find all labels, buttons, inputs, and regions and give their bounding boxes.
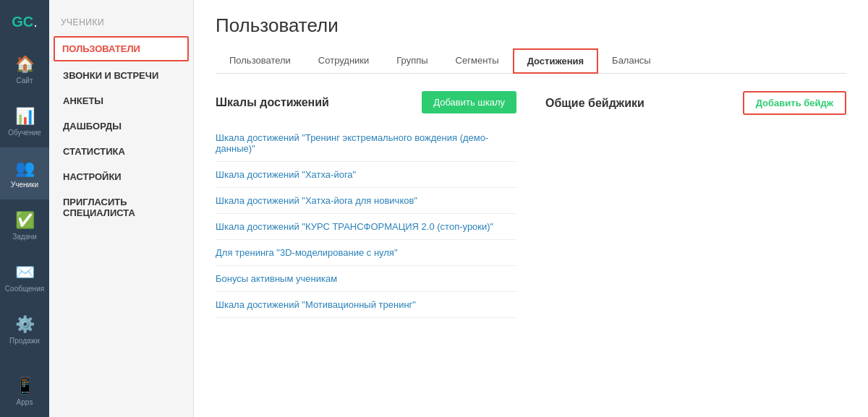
scales-column-header: Шкалы достижений Добавить шкалу bbox=[216, 91, 516, 113]
menu-item-statistics[interactable]: СТАТИСТИКА bbox=[49, 139, 193, 164]
learning-icon: 📊 bbox=[15, 107, 35, 126]
messages-icon: ✉️ bbox=[15, 263, 35, 282]
scale-item-2[interactable]: Шкала достижений "Хатха-йога" bbox=[216, 162, 516, 188]
logo-dot: . bbox=[33, 14, 38, 30]
icon-sidebar: GC. 🏠 Сайт 📊 Обучение 👥 Ученики ✅ Задачи… bbox=[0, 0, 49, 417]
nav-site[interactable]: 🏠 Сайт bbox=[0, 43, 49, 95]
menu-item-calls[interactable]: ЗВОНКИ И ВСТРЕЧИ bbox=[49, 63, 193, 88]
nav-sales-label: Продажи bbox=[9, 337, 40, 345]
apps-icon: 📱 bbox=[15, 377, 35, 395]
scale-item-1[interactable]: Шкала достижений "Тренинг экстремального… bbox=[216, 125, 516, 162]
left-menu-header: Ученики bbox=[49, 7, 193, 35]
tab-segments[interactable]: Сегменты bbox=[442, 48, 513, 74]
tasks-icon: ✅ bbox=[15, 211, 35, 230]
content-columns: Шкалы достижений Добавить шкалу Шкала до… bbox=[216, 91, 846, 318]
nav-students-label: Ученики bbox=[11, 181, 38, 189]
add-scale-button[interactable]: Добавить шкалу bbox=[422, 91, 516, 113]
scale-item-4[interactable]: Шкала достижений "КУРС ТРАНСФОРМАЦИЯ 2.0… bbox=[216, 214, 516, 240]
badges-column-header: Общие бейджики Добавить бейдж bbox=[545, 91, 846, 115]
nav-learning-label: Обучение bbox=[8, 129, 41, 137]
add-badge-button[interactable]: Добавить бейдж bbox=[743, 91, 846, 115]
nav-apps[interactable]: 📱 Apps bbox=[0, 365, 49, 417]
tabs-bar: Пользователи Сотрудники Группы Сегменты … bbox=[216, 48, 846, 74]
nav-tasks[interactable]: ✅ Задачи bbox=[0, 199, 49, 252]
logo: GC. bbox=[0, 0, 49, 43]
page-title: Пользователи bbox=[216, 14, 846, 37]
nav-learning[interactable]: 📊 Обучение bbox=[0, 95, 49, 147]
nav-students[interactable]: 👥 Ученики bbox=[0, 147, 49, 199]
badges-title: Общие бейджики bbox=[545, 97, 644, 110]
tab-employees[interactable]: Сотрудники bbox=[305, 48, 383, 74]
main-content: Пользователи Пользователи Сотрудники Гру… bbox=[194, 0, 868, 417]
menu-item-invite[interactable]: ПРИГЛАСИТЬ СПЕЦИАЛИСТА bbox=[49, 189, 193, 225]
scale-item-3[interactable]: Шкала достижений "Хатха-йога для новичко… bbox=[216, 188, 516, 214]
scales-title: Шкалы достижений bbox=[216, 96, 329, 109]
site-icon: 🏠 bbox=[15, 55, 35, 74]
scales-column: Шкалы достижений Добавить шкалу Шкала до… bbox=[216, 91, 516, 318]
menu-item-dashboards[interactable]: ДАШБОРДЫ bbox=[49, 113, 193, 139]
nav-site-label: Сайт bbox=[16, 77, 33, 85]
nav-messages-label: Сообщения bbox=[5, 285, 44, 293]
menu-item-settings[interactable]: НАСТРОЙКИ bbox=[49, 164, 193, 189]
tab-groups[interactable]: Группы bbox=[383, 48, 441, 74]
nav-tasks-label: Задачи bbox=[12, 233, 37, 241]
tab-balances[interactable]: Балансы bbox=[598, 48, 665, 74]
sales-icon: ⚙️ bbox=[15, 315, 35, 334]
menu-item-surveys[interactable]: АНКЕТЫ bbox=[49, 88, 193, 113]
left-menu: Ученики ПОЛЬЗОВАТЕЛИ ЗВОНКИ И ВСТРЕЧИ АН… bbox=[49, 0, 194, 417]
tab-achievements[interactable]: Достижения bbox=[513, 48, 598, 74]
tab-users[interactable]: Пользователи bbox=[216, 48, 305, 74]
badges-column: Общие бейджики Добавить бейдж bbox=[545, 91, 846, 318]
students-icon: 👥 bbox=[15, 159, 35, 178]
nav-messages[interactable]: ✉️ Сообщения bbox=[0, 252, 49, 304]
scales-list: Шкала достижений "Тренинг экстремального… bbox=[216, 125, 516, 318]
scale-item-6[interactable]: Бонусы активным ученикам bbox=[216, 266, 516, 292]
menu-item-users[interactable]: ПОЛЬЗОВАТЕЛИ bbox=[54, 36, 189, 61]
logo-text: GC bbox=[12, 14, 33, 30]
scale-item-7[interactable]: Шкала достижений "Мотивационный тренинг" bbox=[216, 292, 516, 318]
nav-sales[interactable]: ⚙️ Продажи bbox=[0, 304, 49, 356]
nav-apps-label: Apps bbox=[17, 398, 33, 406]
scale-item-5[interactable]: Для тренинга "3D-моделирование с нуля" bbox=[216, 240, 516, 266]
